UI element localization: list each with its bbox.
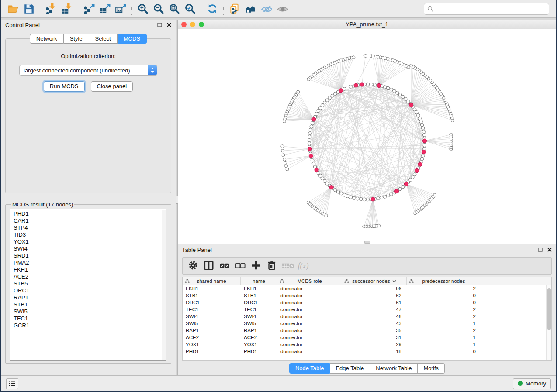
select-all-columns-button[interactable] [217,258,232,273]
mcds-node-item[interactable]: FKH1 [14,266,166,273]
mcds-node-item[interactable]: STB5 [14,280,166,287]
apply-function-button: f(x) [295,258,311,273]
zoom-selected-button[interactable] [182,2,198,16]
export-network-icon [83,3,95,14]
table-row[interactable]: SWI5SWI5connector431 [183,320,551,327]
column-header-successor-nodes[interactable]: successor nodes [342,277,407,285]
table-row[interactable]: PHD1PHD1dominator180 [183,348,551,355]
delete-table-icon [281,260,294,272]
close-panel-icon[interactable] [167,23,171,27]
delete-column-button[interactable] [264,258,280,273]
mcds-node-item[interactable]: SRD1 [14,252,166,259]
show-all-icon [276,3,288,14]
save-session-button[interactable] [21,2,37,16]
mcds-list-scrollbar[interactable] [162,210,166,360]
column-label: predecessor nodes [422,279,465,284]
tab-node-table[interactable]: Node Table [289,363,330,374]
refresh-view-icon [207,3,218,14]
fit-content-button[interactable] [166,2,182,16]
export-image-button[interactable] [113,2,128,16]
table-cell: 29 [342,342,407,347]
table-row[interactable]: ACE2ACE2connector311 [183,334,551,341]
zoom-out-icon [153,3,164,14]
toolbar-group [5,2,37,16]
mcds-node-item[interactable]: CAR1 [14,217,166,224]
mcds-node-item[interactable]: STB1 [14,301,166,308]
mcds-node-item[interactable]: SWI4 [14,245,166,252]
mcds-node-item[interactable]: TID3 [14,231,166,238]
close-panel-button[interactable]: Close panel [91,81,133,92]
table-cell: RAP1 [183,328,241,333]
mcds-node-item[interactable]: GCR1 [14,322,166,329]
table-row[interactable]: ORC1ORC1dominator610 [183,299,551,306]
mcds-node-item[interactable]: RAP1 [14,294,166,301]
table-cell: TEC1 [241,307,277,312]
tab-network[interactable]: Network [30,34,64,44]
criterion-select[interactable]: largest connected component (undirected) [19,65,157,76]
horizontal-divider-grip[interactable] [364,241,370,244]
mcds-node-item[interactable]: SWI5 [14,308,166,315]
tab-network-table[interactable]: Network Table [370,363,418,374]
table-cell: ORC1 [183,300,241,305]
float-panel-icon[interactable] [157,23,162,27]
split-columns-button[interactable] [201,258,217,273]
tab-motifs[interactable]: Motifs [418,363,445,374]
column-header-MCDS-role[interactable]: MCDS role [277,277,342,285]
export-table-button[interactable] [97,2,113,16]
tab-edge-table[interactable]: Edge Table [330,363,370,374]
close-table-panel-icon[interactable] [547,248,552,252]
memory-button[interactable]: Memory [513,378,551,389]
column-header-shared-name[interactable]: shared name [183,277,241,285]
open-file-button[interactable] [5,2,21,16]
table-row[interactable]: TEC1TEC1connector472 [183,306,551,313]
task-history-button[interactable] [6,378,18,389]
show-all-button[interactable] [274,2,290,16]
network-view-canvas[interactable] [178,29,556,244]
mcds-node-item[interactable]: PMA2 [14,259,166,266]
add-column-button[interactable] [248,258,264,273]
refresh-view-button[interactable] [204,2,220,16]
search-input[interactable] [436,6,546,12]
table-row[interactable]: FKH1FKH1dominator962 [183,285,551,292]
table-cell: FKH1 [183,286,241,291]
column-header-predecessor-nodes[interactable]: predecessor nodes [407,277,481,285]
mcds-node-item[interactable]: YOX1 [14,238,166,245]
table-row[interactable]: RAP1RAP1dominator352 [183,327,551,334]
clone-network-button[interactable] [227,2,242,16]
run-mcds-button[interactable]: Run MCDS [44,81,85,92]
tab-mcds[interactable]: MCDS [118,34,147,44]
first-neighbors-button[interactable] [242,2,258,16]
hide-selected-button[interactable] [258,2,274,16]
export-image-icon [115,3,126,14]
table-row[interactable]: YOX1YOX1connector291 [183,341,551,348]
table-cell: PHD1 [241,349,277,354]
import-table-button[interactable] [59,2,75,16]
table-cell: connector [277,335,342,340]
mcds-node-item[interactable]: PHD1 [14,210,166,217]
mcds-node-item[interactable]: TEC1 [14,315,166,322]
table-cell: 1 [407,335,481,340]
tab-style[interactable]: Style [64,34,89,44]
mcds-result-list: PHD1CAR1STP4TID3YOX1SWI4SRD1PMA2FKH1ACE2… [10,209,166,361]
zoom-out-button[interactable] [151,2,166,16]
export-network-button[interactable] [81,2,97,16]
column-header-name[interactable]: name [241,277,277,285]
mcds-node-item[interactable]: ACE2 [14,273,166,280]
float-table-panel-icon[interactable] [538,248,543,252]
deselect-all-columns-button[interactable] [232,258,248,273]
table-scrollbar-thumb[interactable] [547,288,551,330]
mcds-node-item[interactable]: ORC1 [14,287,166,294]
table-cell: connector [277,307,342,312]
table-row[interactable]: STB1STB1dominator620 [183,292,551,299]
import-network-button[interactable] [43,2,59,16]
zoom-in-button[interactable] [135,2,151,16]
table-cell: 0 [407,300,481,305]
table-row[interactable]: SWI4SWI4dominator462 [183,313,551,320]
table-cell: 0 [407,293,481,298]
control-panel-title: Control Panel [5,22,40,28]
table-cell: TEC1 [183,307,241,312]
mcds-node-item[interactable]: STP4 [14,224,166,231]
settings-gear-button[interactable] [185,258,201,273]
zoom-selected-icon [184,3,196,14]
tab-select[interactable]: Select [89,34,118,44]
